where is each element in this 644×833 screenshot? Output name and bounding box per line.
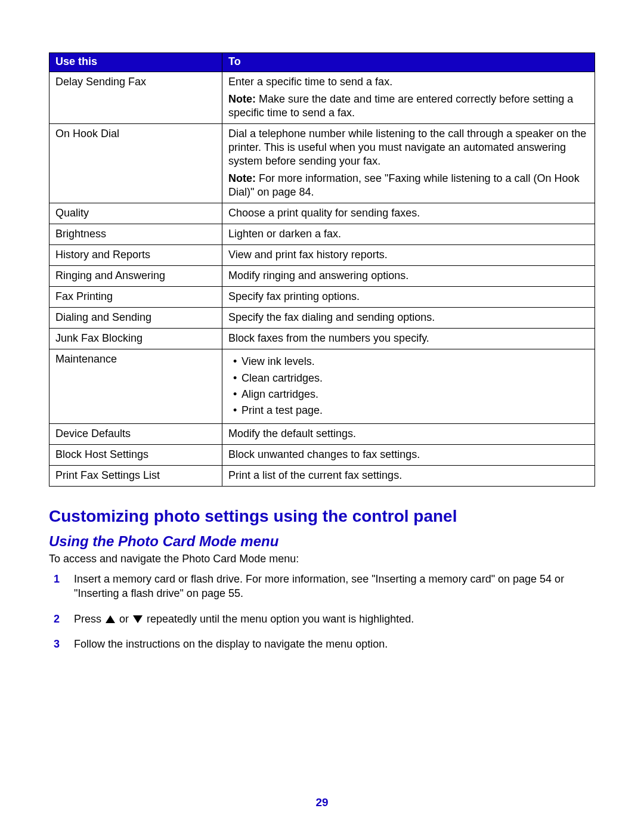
row-desc: Block faxes from the numbers you specify… <box>222 329 595 349</box>
row-note: Note: For more information, see "Faxing … <box>228 172 589 199</box>
row-desc: View and print fax history reports. <box>222 245 595 266</box>
step-text-after: repeatedly until the menu option you wan… <box>144 613 414 625</box>
row-note: Note: Make sure the date and time are en… <box>228 92 589 120</box>
row-desc: Modify the default settings. <box>222 423 595 444</box>
note-text: Make sure the date and time are entered … <box>228 93 573 119</box>
row-name: Print Fax Settings List <box>49 465 222 486</box>
row-name: Delay Sending Fax <box>49 72 222 124</box>
manual-page: Use this To Delay Sending Fax Enter a sp… <box>0 0 644 833</box>
row-name: Maintenance <box>49 349 222 423</box>
page-number: 29 <box>0 796 644 809</box>
row-desc: Specify the fax dialing and sending opti… <box>222 308 595 329</box>
step-text-before: Press <box>74 613 104 625</box>
table-row: On Hook Dial Dial a telephone number whi… <box>49 124 595 203</box>
row-desc: Enter a specific time to send a fax. Not… <box>222 72 595 124</box>
row-name: Device Defaults <box>49 423 222 444</box>
intro-paragraph: To access and navigate the Photo Card Mo… <box>49 552 595 566</box>
step-text-mid: or <box>116 613 132 625</box>
row-desc: Dial a telephone number while listening … <box>222 124 595 203</box>
down-arrow-icon <box>133 615 143 623</box>
table-header-row: Use this To <box>49 53 595 72</box>
step-number: 1 <box>54 572 60 586</box>
steps-list: 1 Insert a memory card or flash drive. F… <box>49 572 595 662</box>
row-desc: Print a list of the current fax settings… <box>222 465 595 486</box>
note-text: For more information, see "Faxing while … <box>228 172 580 198</box>
step-text: Follow the instructions on the display t… <box>74 638 388 650</box>
step-item: 3 Follow the instructions on the display… <box>70 637 595 662</box>
row-name: Junk Fax Blocking <box>49 329 222 349</box>
row-name: Brightness <box>49 224 222 245</box>
row-desc: Modify ringing and answering options. <box>222 266 595 287</box>
bullet-item: View ink levels. <box>243 354 589 370</box>
row-desc-text: Dial a telephone number while listening … <box>228 127 589 168</box>
maintenance-bullets: View ink levels. Clean cartridges. Align… <box>228 354 589 418</box>
row-desc: Choose a print quality for sending faxes… <box>222 203 595 224</box>
row-name: Dialing and Sending <box>49 308 222 329</box>
table-row: Brightness Lighten or darken a fax. <box>49 224 595 245</box>
subsection-heading: Using the Photo Card Mode menu <box>49 533 595 550</box>
step-number: 3 <box>54 637 60 651</box>
row-name: Quality <box>49 203 222 224</box>
row-name: Block Host Settings <box>49 444 222 465</box>
header-to: To <box>222 53 595 72</box>
bullet-item: Clean cartridges. <box>243 370 589 386</box>
row-desc: Block unwanted changes to fax settings. <box>222 444 595 465</box>
row-desc: Specify fax printing options. <box>222 287 595 308</box>
fax-settings-table: Use this To Delay Sending Fax Enter a sp… <box>49 52 595 487</box>
section-heading: Customizing photo settings using the con… <box>49 507 595 526</box>
note-label: Note: <box>228 93 256 105</box>
row-name: On Hook Dial <box>49 124 222 203</box>
table-row: Junk Fax Blocking Block faxes from the n… <box>49 329 595 349</box>
step-text: Insert a memory card or flash drive. For… <box>74 573 564 599</box>
bullet-item: Align cartridges. <box>243 386 589 402</box>
note-label: Note: <box>228 172 256 184</box>
table-row: Block Host Settings Block unwanted chang… <box>49 444 595 465</box>
row-desc: Lighten or darken a fax. <box>222 224 595 245</box>
step-item: 1 Insert a memory card or flash drive. F… <box>70 572 595 612</box>
table-row: Quality Choose a print quality for sendi… <box>49 203 595 224</box>
header-use-this: Use this <box>49 53 222 72</box>
row-name: History and Reports <box>49 245 222 266</box>
step-number: 2 <box>54 612 60 626</box>
row-name: Ringing and Answering <box>49 266 222 287</box>
up-arrow-icon <box>106 615 115 623</box>
step-item: 2 Press or repeatedly until the menu opt… <box>70 612 595 637</box>
table-row: Maintenance View ink levels. Clean cartr… <box>49 349 595 423</box>
table-row: Device Defaults Modify the default setti… <box>49 423 595 444</box>
bullet-item: Print a test page. <box>243 402 589 419</box>
table-row: Dialing and Sending Specify the fax dial… <box>49 308 595 329</box>
table-row: History and Reports View and print fax h… <box>49 245 595 266</box>
table-row: Print Fax Settings List Print a list of … <box>49 465 595 486</box>
row-name: Fax Printing <box>49 287 222 308</box>
table-row: Fax Printing Specify fax printing option… <box>49 287 595 308</box>
table-row: Delay Sending Fax Enter a specific time … <box>49 72 595 124</box>
row-desc: View ink levels. Clean cartridges. Align… <box>222 349 595 423</box>
row-desc-text: Enter a specific time to send a fax. <box>228 75 589 89</box>
table-row: Ringing and Answering Modify ringing and… <box>49 266 595 287</box>
